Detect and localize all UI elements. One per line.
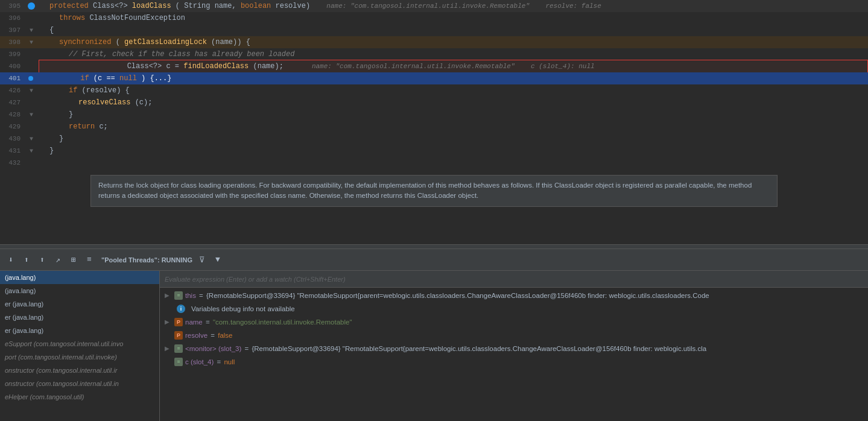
- code-line-395: 395 protected Class<?> loadClass ( Strin…: [0, 0, 868, 12]
- eval-bar[interactable]: Evaluate expression (Enter) or add a wat…: [160, 271, 868, 288]
- frame-item-3[interactable]: er (java.lang): [0, 311, 159, 324]
- fold-icon-426[interactable]: ▼: [30, 87, 33, 94]
- var-name-c: c (slot_4): [185, 356, 214, 367]
- frame-item-9[interactable]: eHelper (com.tangosol.util): [0, 390, 159, 404]
- var-name-this: this: [185, 290, 196, 301]
- expand-icon-c: [165, 356, 173, 367]
- line-number-432: 432: [0, 159, 25, 166]
- line-content-395: protected Class<?> loadClass ( String na…: [37, 0, 868, 12]
- var-row-this[interactable]: ▶ = this = {RemotableSupport@33694} "Rem…: [160, 289, 868, 302]
- code-line-396: 396 throws ClassNotFoundException: [0, 12, 868, 24]
- gutter-395: [25, 2, 37, 10]
- line-content-428: }: [37, 109, 868, 121]
- code-line-429: 429 return c;: [0, 121, 868, 133]
- gutter-431: ▼: [25, 148, 37, 154]
- var-type-icon-info: i: [177, 305, 185, 313]
- line-number-427: 427: [0, 99, 25, 106]
- gutter-426: ▼: [25, 87, 37, 94]
- line-content-399: // First, check if the class has already…: [37, 48, 868, 60]
- vars-panel: Evaluate expression (Enter) or add a wat…: [160, 271, 868, 421]
- code-line-398: 398 ▼ synchronized ( getClassLoadingLock…: [0, 36, 868, 48]
- line-content-431: }: [37, 145, 868, 157]
- line-content-397: {: [37, 24, 868, 36]
- var-value-monitor: {RemotableSupport@33694} "RemotableSuppo…: [252, 343, 706, 354]
- line-hint-400: name: "com.tangosol.internal.util.invoke…: [300, 63, 594, 70]
- var-row-debug-info: i Variables debug info not available: [160, 302, 868, 315]
- expand-icon-this: ▶: [165, 290, 173, 301]
- fold-icon-430[interactable]: ▼: [30, 136, 33, 142]
- debug-btn-step-over[interactable]: ⬆: [36, 254, 48, 266]
- filter-icon[interactable]: ⊽: [196, 254, 208, 266]
- line-content-396: throws ClassNotFoundException: [37, 12, 868, 24]
- var-type-icon-resolve: P: [174, 331, 183, 340]
- tooltip-area: Returns the lock object for class loadin…: [90, 175, 778, 207]
- var-type-icon-c: =: [174, 358, 183, 366]
- frame-item-4[interactable]: er (java.lang): [0, 324, 159, 337]
- line-number-426: 426: [0, 87, 25, 94]
- tooltip-text: Returns the lock object for class loadin…: [98, 182, 752, 199]
- code-line-426: 426 ▼ if (resolve) {: [0, 84, 868, 97]
- code-line-430: 430 ▼ }: [0, 133, 868, 145]
- var-value-resolve: false: [218, 330, 232, 341]
- debug-btn-down[interactable]: ⬇: [5, 254, 17, 266]
- fold-icon-398[interactable]: ▼: [30, 39, 33, 46]
- code-line-400: 400 Class<?> c = findLoadedClass (name);…: [0, 60, 868, 72]
- panel-divider: [0, 244, 868, 249]
- var-name-monitor: <monitor> (slot_3): [185, 343, 241, 354]
- debug-toolbar: ⬇ ⬆ ⬆ ↗ ⊞ ≡ "Pooled Threads": RUNNING ⊽ …: [0, 249, 868, 271]
- gutter-397: ▼: [25, 27, 37, 34]
- frame-item-0[interactable]: (java.lang): [0, 271, 159, 284]
- line-hint-395: name: "com.tangosol.internal.util.invoke…: [326, 2, 601, 10]
- code-line-399: 399 // First, check if the class has alr…: [0, 48, 868, 60]
- line-number-399: 399: [0, 51, 25, 58]
- fn-loadClass: loadClass: [132, 2, 171, 10]
- debug-btn-run[interactable]: ↗: [52, 254, 64, 266]
- var-row-name[interactable]: ▶ P name = "com.tangosol.internal.util.i…: [160, 315, 868, 329]
- expand-icon[interactable]: ▼: [212, 254, 224, 266]
- line-content-400: Class<?> c = findLoadedClass (name); nam…: [39, 60, 868, 73]
- frame-item-5[interactable]: eSupport (com.tangosol.internal.util.inv…: [0, 337, 159, 350]
- var-name-resolve: resolve: [185, 330, 207, 341]
- vars-list: ▶ = this = {RemotableSupport@33694} "Rem…: [160, 288, 868, 421]
- code-line-397: 397 ▼ {: [0, 24, 868, 36]
- var-row-c-slot4[interactable]: = c (slot_4) = null: [160, 355, 868, 369]
- fold-icon-431[interactable]: ▼: [30, 148, 33, 154]
- var-row-monitor[interactable]: ▶ = <monitor> (slot_3) = {RemotableSuppo…: [160, 342, 868, 355]
- frame-item-6[interactable]: port (com.tangosol.internal.util.invoke): [0, 350, 159, 364]
- code-line-428: 428 ▼ }: [0, 109, 868, 121]
- line-content-430: }: [37, 133, 868, 145]
- debug-btn-up[interactable]: ⬆: [21, 254, 33, 266]
- debug-btn-table[interactable]: ⊞: [68, 254, 80, 266]
- frame-item-2[interactable]: er (java.lang): [0, 297, 159, 311]
- line-number-395: 395: [0, 2, 25, 10]
- keyword-protected: protected: [49, 2, 89, 10]
- code-line-431: 431 ▼ }: [0, 145, 868, 157]
- line-number-431: 431: [0, 147, 25, 154]
- line-number-396: 396: [0, 14, 25, 22]
- line-number-401: 401: [0, 75, 25, 82]
- expand-icon-monitor: ▶: [165, 343, 173, 354]
- frames-panel: (java.lang) (java.lang) er (java.lang) e…: [0, 271, 160, 421]
- fold-icon-428[interactable]: ▼: [30, 112, 33, 118]
- var-row-resolve[interactable]: P resolve = false: [160, 329, 868, 342]
- gutter-398: ▼: [25, 39, 37, 46]
- var-value-this: {RemotableSupport@33694} "RemotableSuppo…: [206, 290, 709, 301]
- fold-icon-397[interactable]: ▼: [30, 27, 33, 34]
- frame-item-8[interactable]: onstructor (com.tangosol.internal.util.i…: [0, 377, 159, 390]
- gutter-430: ▼: [25, 136, 37, 142]
- var-debug-info-text: Variables debug info not available: [191, 303, 295, 314]
- code-line-401: 401 if (c == null ) {...}: [0, 72, 868, 84]
- line-number-428: 428: [0, 111, 25, 118]
- line-number-397: 397: [0, 27, 25, 34]
- frames-list: (java.lang) (java.lang) er (java.lang) e…: [0, 271, 159, 421]
- var-type-icon-name: P: [174, 318, 183, 326]
- frame-item-7[interactable]: onstructor (com.tangosol.internal.util.i…: [0, 364, 159, 377]
- debug-btn-list[interactable]: ≡: [83, 254, 95, 266]
- execution-point-icon: [28, 76, 33, 81]
- line-number-430: 430: [0, 135, 25, 142]
- eval-placeholder: Evaluate expression (Enter) or add a wat…: [165, 276, 346, 283]
- code-line-432: 432: [0, 157, 868, 169]
- frame-item-1[interactable]: (java.lang): [0, 284, 159, 297]
- threads-label: "Pooled Threads": RUNNING: [101, 256, 192, 264]
- line-content-426: if (resolve) {: [37, 84, 868, 97]
